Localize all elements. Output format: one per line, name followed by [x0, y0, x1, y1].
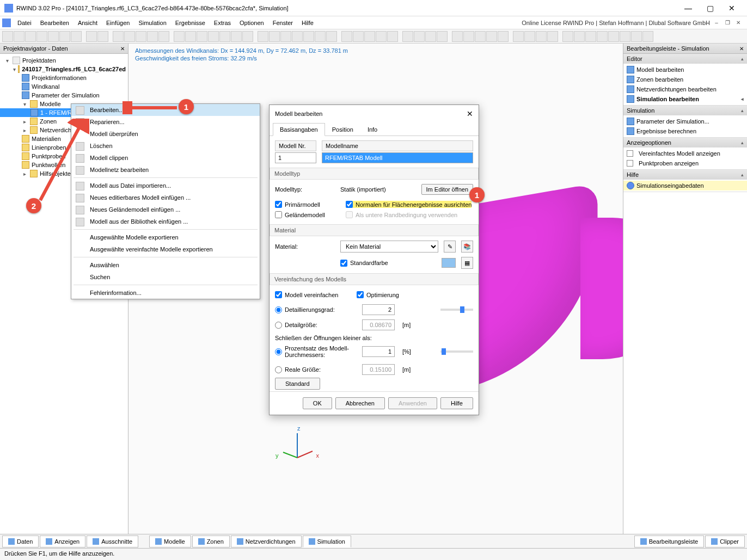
- mdi-restore-button[interactable]: ❐: [723, 19, 732, 27]
- section-simulation-head[interactable]: Simulation▴: [623, 106, 747, 115]
- chk-optimierung[interactable]: Optimierung: [357, 291, 399, 298]
- bottom-tab-simulation[interactable]: Simulation: [303, 536, 351, 547]
- toolbar-button[interactable]: [71, 31, 82, 42]
- tree-root[interactable]: ▾Projektdaten: [0, 56, 128, 65]
- bottom-tab-daten[interactable]: Daten: [2, 536, 39, 547]
- ctx-new-editable[interactable]: Neues editierbares Modell einfügen ...: [71, 192, 260, 204]
- ctx-export-simplified[interactable]: Ausgewählte vereinfachte Modelle exporti…: [71, 243, 260, 255]
- tab-position[interactable]: Position: [325, 123, 360, 136]
- toolbar-button[interactable]: [25, 31, 36, 42]
- ctx-clip[interactable]: Modell clippen: [71, 152, 260, 164]
- toolbar-button[interactable]: [158, 31, 169, 42]
- input-modell-nr[interactable]: [275, 152, 316, 163]
- radio-reale[interactable]: Reale Größe:: [275, 366, 357, 373]
- toolbar-button[interactable]: [414, 31, 425, 42]
- toolbar-button[interactable]: [620, 31, 630, 42]
- material-lib-button[interactable]: 📚: [461, 241, 473, 253]
- bottom-tab-netz[interactable]: Netzverdichtungen: [231, 536, 302, 547]
- chk-gelandemodell[interactable]: Geländemodell: [275, 211, 325, 218]
- toolbar-button[interactable]: [242, 31, 253, 42]
- chk-standardfarbe[interactable]: Standardfarbe: [340, 260, 388, 267]
- help-button[interactable]: Hilfe: [440, 397, 473, 409]
- sim-params[interactable]: Parameter der Simulation...: [623, 116, 747, 126]
- editor-edit-simulation[interactable]: Simulation bearbeiten◂: [623, 94, 747, 104]
- toolbar-button[interactable]: [353, 31, 364, 42]
- tree-project[interactable]: ▾241017_Triangles.rf6_LC3_6cac27ed: [0, 65, 128, 73]
- toolbar-button[interactable]: [124, 31, 135, 42]
- toolbar-button[interactable]: [402, 31, 413, 42]
- section-editor-head[interactable]: Editor▴: [623, 54, 747, 64]
- section-help-head[interactable]: Hilfe▴: [623, 170, 747, 180]
- toolbar-button[interactable]: [585, 31, 596, 42]
- toolbar-button[interactable]: [463, 31, 474, 42]
- maximize-button[interactable]: ▢: [699, 1, 721, 16]
- radio-detailgroesse[interactable]: Detailgröße:: [275, 322, 357, 329]
- editor-edit-model[interactable]: Modell bearbeiten: [623, 65, 747, 75]
- ctx-search[interactable]: Suchen: [71, 271, 260, 283]
- toolbar-button[interactable]: [608, 31, 619, 42]
- toolbar-button[interactable]: [258, 31, 268, 42]
- toolbar-button[interactable]: [86, 31, 97, 42]
- bottom-tab-modelle[interactable]: Modelle: [149, 536, 191, 547]
- help-sim-input[interactable]: Simulationseingabedaten: [623, 181, 747, 190]
- toolbar-button[interactable]: [59, 31, 70, 42]
- ctx-new-terrain[interactable]: Neues Geländemodell einfügen ...: [71, 204, 260, 216]
- toolbar-button[interactable]: [147, 31, 158, 42]
- toolbar-button[interactable]: [280, 31, 291, 42]
- ctx-repair[interactable]: Reparieren...: [71, 116, 260, 128]
- toolbar-button[interactable]: [326, 31, 337, 42]
- open-editor-button[interactable]: Im Editor öffnen: [421, 184, 473, 195]
- bottom-tab-zonen[interactable]: Zonen: [192, 536, 230, 547]
- menu-fenster[interactable]: Fenster: [268, 18, 297, 28]
- toolbar-button[interactable]: [303, 31, 314, 42]
- toolbar-button[interactable]: [231, 31, 242, 42]
- section-display-head[interactable]: Anzeigeoptionen▴: [623, 138, 747, 147]
- dialog-close-icon[interactable]: ✕: [467, 109, 473, 118]
- toolbar-button[interactable]: [387, 31, 398, 42]
- toolbar-button[interactable]: [208, 31, 219, 42]
- ctx-edit-mesh[interactable]: Modellnetz bearbeiten: [71, 164, 260, 176]
- toolbar-button[interactable]: [631, 31, 642, 42]
- toolbar-button[interactable]: [513, 31, 524, 42]
- disp-pointprobes[interactable]: Punktproben anzeigen: [623, 158, 747, 168]
- toolbar-button[interactable]: [486, 31, 497, 42]
- toolbar-button[interactable]: [136, 31, 146, 42]
- bottom-tab-bearbeitungsleiste[interactable]: Bearbeitungsleiste: [634, 536, 705, 547]
- toolbar-button[interactable]: [452, 31, 463, 42]
- toolbar-button[interactable]: [48, 31, 59, 42]
- sim-calc-results[interactable]: Ergebnisse berechnen: [623, 126, 747, 136]
- editor-edit-mesh[interactable]: Netzverdichtungen bearbeiten: [623, 84, 747, 94]
- dialog-title-bar[interactable]: Modell bearbeiten ✕: [270, 105, 479, 122]
- menu-extras[interactable]: Extras: [210, 18, 235, 28]
- toolbar-button[interactable]: [642, 31, 653, 42]
- toolbar-button[interactable]: [475, 31, 486, 42]
- mdi-minimize-button[interactable]: –: [712, 19, 721, 27]
- disp-simplified[interactable]: Vereinfachtes Modell anzeigen: [623, 149, 747, 158]
- toolbar-button[interactable]: [536, 31, 547, 42]
- toolbar-button[interactable]: [364, 31, 375, 42]
- ctx-export-selected[interactable]: Ausgewählte Modelle exportieren: [71, 231, 260, 243]
- radio-detailgrad[interactable]: Detaillierungsgrad:: [275, 306, 357, 313]
- bottom-tab-ausschnitte[interactable]: Ausschnitte: [87, 536, 138, 547]
- select-material[interactable]: Kein Material: [340, 241, 438, 253]
- toolbar-button[interactable]: [574, 31, 585, 42]
- editor-edit-zones[interactable]: Zonen bearbeiten: [623, 75, 747, 84]
- toolbar-button[interactable]: [292, 31, 303, 42]
- toolbar-button[interactable]: [315, 31, 326, 42]
- menu-ansicht[interactable]: Ansicht: [74, 18, 102, 28]
- menu-simulation[interactable]: Simulation: [134, 18, 170, 28]
- toolbar-button[interactable]: [185, 31, 196, 42]
- toolbar-button[interactable]: [36, 31, 47, 42]
- menu-ergebnisse[interactable]: Ergebnisse: [171, 18, 210, 28]
- menu-bearbeiten[interactable]: Bearbeiten: [36, 18, 74, 28]
- radio-prozentsatz[interactable]: Prozentsatz des Modell-Durchmessers:: [275, 345, 357, 358]
- ok-button[interactable]: OK: [303, 397, 332, 409]
- standard-button[interactable]: Standard: [275, 378, 320, 390]
- slider-detailgrad[interactable]: [440, 309, 473, 311]
- chk-modell-vereinf[interactable]: Modell vereinfachen: [275, 291, 351, 298]
- toolbar-button[interactable]: [437, 31, 448, 42]
- toolbar-button[interactable]: [269, 31, 280, 42]
- tree-item[interactable]: Projektinformationen: [0, 73, 128, 82]
- nav-close-icon[interactable]: ✕: [120, 46, 125, 52]
- tree-item[interactable]: Windkanal: [0, 82, 128, 91]
